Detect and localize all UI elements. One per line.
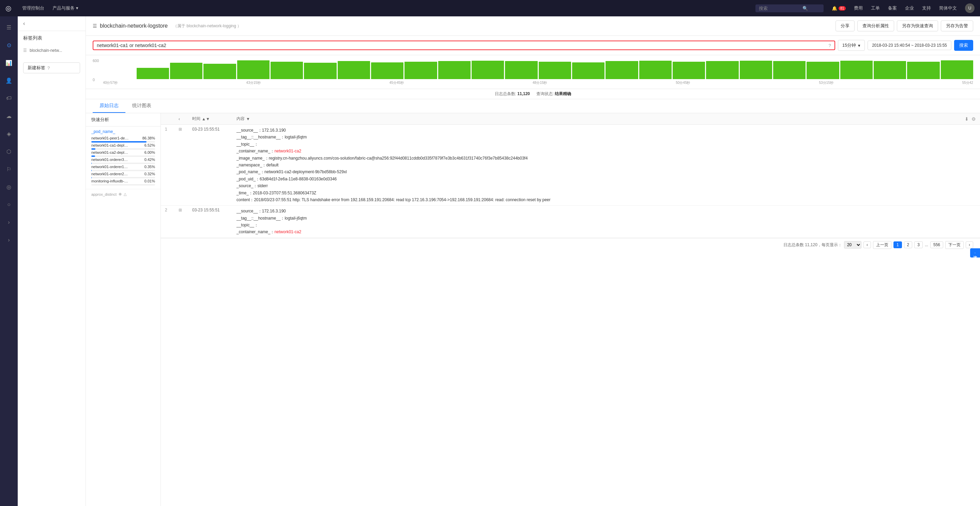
- bell-notification[interactable]: 🔔 81: [832, 6, 846, 11]
- top-search-input[interactable]: [759, 6, 800, 11]
- page-3-btn[interactable]: 3: [914, 241, 923, 248]
- rail-settings-icon[interactable]: ◎: [3, 181, 14, 192]
- bar-25[interactable]: [941, 61, 973, 79]
- status-prefix: 日志总条数:: [495, 91, 516, 96]
- query-input[interactable]: [97, 43, 828, 48]
- query-input-wrap[interactable]: ?: [93, 41, 835, 50]
- rail-arrow2-icon[interactable]: ›: [3, 235, 14, 246]
- row-expand-1[interactable]: ⊞: [178, 127, 192, 132]
- log-table-header: ‹ 时间 ▲▼ 内容 ▼ ⬇ ⚙: [161, 113, 980, 125]
- field-pct-1: 6.52%: [145, 143, 155, 147]
- rail-network-icon[interactable]: ⬡: [3, 146, 14, 157]
- bar-5[interactable]: [270, 62, 303, 79]
- bar-23[interactable]: [874, 61, 906, 79]
- row-expand-2[interactable]: ⊞: [178, 208, 192, 212]
- approx-expand-icon[interactable]: ⊕: [119, 192, 122, 196]
- col-time[interactable]: 时间 ▲▼: [192, 116, 237, 122]
- download-icon[interactable]: ⬇: [965, 116, 969, 122]
- bar-4[interactable]: [237, 61, 269, 79]
- page-title: blockchain-network-logstore: [100, 23, 168, 29]
- nav-support[interactable]: 支持: [922, 5, 931, 11]
- tab-chart[interactable]: 统计图表: [126, 99, 158, 113]
- save-alert-button[interactable]: 另存为告警: [941, 21, 973, 31]
- search-button[interactable]: 搜索: [954, 40, 973, 51]
- approx-collapse-icon[interactable]: △: [124, 192, 126, 196]
- bar-14[interactable]: [572, 62, 605, 79]
- query-help-icon[interactable]: ?: [828, 43, 831, 48]
- rail-menu-icon[interactable]: ☰: [3, 22, 14, 33]
- rail-tag-icon[interactable]: 🏷: [3, 93, 14, 104]
- bar-17[interactable]: [673, 62, 705, 79]
- rail-arrow-icon[interactable]: ›: [3, 217, 14, 228]
- query-attr-button[interactable]: 查询分析属性: [858, 21, 894, 31]
- bar-24[interactable]: [907, 62, 939, 79]
- bar-20[interactable]: [773, 61, 805, 79]
- rail-user-icon[interactable]: 👤: [3, 75, 14, 86]
- bar-16[interactable]: [639, 61, 671, 79]
- field-entry-6: monitoring-influxdb-6d58d4... 0.01%: [91, 179, 155, 183]
- field-entry-3: network01-orderer3-deploy... 0.42%: [91, 158, 155, 161]
- avatar[interactable]: U: [965, 3, 975, 13]
- bar-21[interactable]: [807, 62, 839, 79]
- row-content-1: __source__：172.16.3.190 __tag__::__hostn…: [237, 127, 976, 203]
- content-filter-icon[interactable]: ▼: [246, 117, 250, 121]
- page-2-btn[interactable]: 2: [904, 241, 913, 248]
- logo-icon[interactable]: ◎: [5, 4, 11, 12]
- bar-15[interactable]: [606, 61, 638, 79]
- col-prev-icon[interactable]: ‹: [178, 117, 180, 121]
- bar-13[interactable]: [539, 62, 571, 79]
- bar-3[interactable]: [204, 64, 236, 79]
- x-label-4: 50分45秒: [676, 80, 690, 85]
- sidebar-item-blockchain[interactable]: ☰ blockchain-netw...: [18, 45, 86, 56]
- rail-storage-icon[interactable]: ◈: [3, 128, 14, 139]
- nav-products[interactable]: 产品与服务 ▾: [52, 5, 78, 11]
- field-label-2: network01-ca2-deployment...: [91, 150, 129, 155]
- page-next-btn[interactable]: ›: [966, 241, 973, 248]
- bar-8[interactable]: [371, 62, 403, 79]
- field-name-label[interactable]: _pod_name_: [91, 129, 155, 134]
- page-prev-text-btn[interactable]: 上一页: [873, 241, 891, 249]
- share-button[interactable]: 分享: [835, 21, 854, 31]
- col-content[interactable]: 内容 ▼ ⬇ ⚙: [237, 116, 976, 122]
- bar-9[interactable]: [404, 62, 437, 79]
- nav-language[interactable]: 简体中文: [939, 5, 957, 11]
- sort-icon[interactable]: ▲▼: [202, 117, 210, 121]
- page-last-btn[interactable]: 556: [930, 241, 943, 248]
- new-tag-button[interactable]: 新建标签 ?: [23, 62, 80, 73]
- sidebar-title: 标签列表: [18, 31, 86, 45]
- page-next-text-btn[interactable]: 下一页: [945, 241, 964, 249]
- bar-10[interactable]: [438, 61, 471, 79]
- bar-12[interactable]: [505, 61, 538, 79]
- main-layout: ☰ ⊙ 📊 👤 🏷 ☁ ◈ ⬡ ⚐ ◎ ○ › › ‹ 标签列表 ☰ block…: [0, 16, 980, 506]
- top-search-bar[interactable]: 🔍: [756, 5, 824, 12]
- bar-7[interactable]: [338, 61, 370, 79]
- rail-home-icon[interactable]: ⊙: [3, 40, 14, 51]
- bar-18[interactable]: [706, 61, 738, 79]
- back-arrow-icon[interactable]: ‹: [23, 21, 25, 27]
- bar-22[interactable]: [840, 61, 873, 79]
- settings-icon[interactable]: ⚙: [972, 116, 976, 122]
- save-query-button[interactable]: 另存为快速查询: [897, 21, 938, 31]
- rail-person-icon[interactable]: ⚐: [3, 164, 14, 175]
- bar-11[interactable]: [472, 61, 504, 79]
- time-range-select[interactable]: 15分钟 ▾: [838, 40, 865, 51]
- tab-raw-log[interactable]: 原始日志: [93, 99, 126, 113]
- per-page-select[interactable]: 20 50 100: [844, 241, 861, 249]
- rail-cloud-icon[interactable]: ☁: [3, 110, 14, 121]
- float-consult-button[interactable]: 咨询·建议: [970, 248, 980, 257]
- bar-19[interactable]: [740, 61, 772, 79]
- rail-circle-icon[interactable]: ○: [3, 199, 14, 210]
- bar-2[interactable]: [170, 63, 202, 79]
- bar-6[interactable]: [304, 63, 336, 79]
- approx-label-text: approx_distinct: [91, 192, 116, 196]
- nav-console[interactable]: 管理控制台: [22, 5, 44, 11]
- page-prev-btn[interactable]: ‹: [864, 241, 871, 248]
- bar-1[interactable]: [137, 68, 169, 79]
- nav-enterprise[interactable]: 企业: [905, 5, 914, 11]
- nav-beian[interactable]: 备案: [888, 5, 897, 11]
- help-circle-icon[interactable]: ?: [48, 65, 50, 70]
- page-1-btn[interactable]: 1: [893, 241, 902, 248]
- nav-fee[interactable]: 费用: [854, 5, 863, 11]
- rail-chart-icon[interactable]: 📊: [3, 57, 14, 68]
- nav-ticket[interactable]: 工单: [871, 5, 880, 11]
